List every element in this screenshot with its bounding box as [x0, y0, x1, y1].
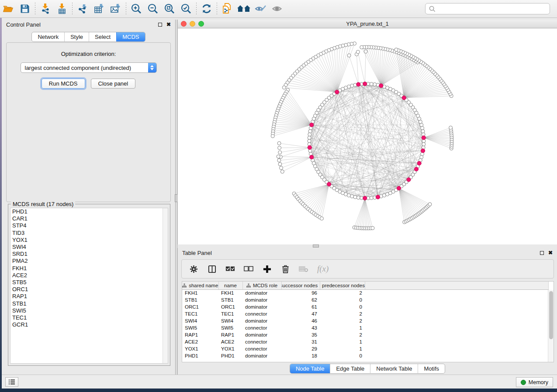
cell[interactable]: RAP1 [182, 331, 218, 338]
cell[interactable]: connector [242, 338, 281, 345]
cell[interactable]: 62 [281, 296, 320, 303]
cell[interactable]: ORC1 [182, 303, 218, 310]
result-node[interactable]: SRD1 [10, 251, 168, 258]
tab-select[interactable]: Select [89, 32, 116, 41]
result-node[interactable]: ACE2 [10, 272, 168, 279]
cell[interactable]: connector [242, 345, 281, 352]
result-node[interactable]: PHD1 [10, 208, 168, 215]
add-column-button[interactable] [262, 264, 272, 274]
optimization-criterion-select[interactable]: largest connected component (undirected) [21, 62, 157, 73]
node-table-grid[interactable]: shared namenameMCDS rolesuccessor nodesp… [182, 282, 549, 359]
result-node[interactable]: TEC1 [10, 314, 168, 321]
table-row-PHD1[interactable]: PHD1PHD1dominator180 [182, 352, 548, 359]
table-row-SWI5[interactable]: SWI5SWI5connector431 [182, 324, 548, 331]
table-row-YOX1[interactable]: YOX1YOX1connector291 [182, 345, 548, 352]
cell[interactable]: SWI5 [218, 324, 242, 331]
cell[interactable]: TEC1 [218, 310, 242, 317]
table-row-TEC1[interactable]: TEC1TEC1connector472 [182, 310, 548, 317]
result-node[interactable]: YOX1 [10, 237, 168, 244]
table-scrollbar[interactable] [548, 290, 554, 362]
float-panel-icon[interactable] [540, 251, 544, 255]
horizontal-splitter[interactable] [177, 244, 557, 248]
tab-node-table[interactable]: Node Table [290, 364, 330, 373]
cell[interactable]: dominator [242, 317, 281, 324]
cell[interactable]: 0 [320, 303, 365, 310]
result-node[interactable]: SWI4 [10, 244, 168, 251]
refresh-layout-button[interactable] [198, 2, 215, 16]
cell[interactable]: FKH1 [218, 289, 242, 296]
cell[interactable]: PHD1 [182, 352, 218, 359]
cell[interactable]: 43 [281, 324, 320, 331]
cell[interactable]: SWI4 [218, 317, 242, 324]
result-node[interactable]: ORC1 [10, 286, 168, 293]
result-node[interactable]: SWI5 [10, 307, 168, 314]
zoom-fit-button[interactable] [161, 2, 178, 16]
result-node[interactable]: CAR1 [10, 215, 168, 222]
cell[interactable]: 0 [320, 352, 365, 359]
table-row-ORC1[interactable]: ORC1ORC1dominator610 [182, 303, 548, 310]
open-session-button[interactable] [0, 2, 17, 16]
result-node[interactable]: STB1 [10, 300, 168, 307]
table-row-SWI4[interactable]: SWI4SWI4dominator462 [182, 317, 548, 324]
cell[interactable]: TEC1 [182, 310, 218, 317]
cell[interactable]: RAP1 [218, 331, 242, 338]
cell[interactable]: dominator [242, 352, 281, 359]
mcds-result-list[interactable]: PHD1CAR1STP4TID3YOX1SWI4SRD1PMA2FKH1ACE2… [10, 208, 168, 364]
cell[interactable]: 46 [281, 317, 320, 324]
tab-network-table[interactable]: Network Table [370, 364, 418, 373]
import-table-button[interactable] [54, 2, 70, 16]
cell[interactable]: 2 [320, 289, 365, 296]
cell[interactable]: dominator [242, 296, 281, 303]
select-all-button[interactable] [225, 264, 235, 274]
cell[interactable]: 31 [281, 338, 320, 345]
close-panel-icon[interactable]: ✖ [548, 251, 553, 255]
deselect-all-button[interactable] [244, 264, 253, 274]
run-mcds-button[interactable]: Run MCDS [42, 79, 85, 89]
cell[interactable]: dominator [242, 303, 281, 310]
tab-network[interactable]: Network [32, 32, 64, 41]
column-header-successor-nodes[interactable]: successor nodes [281, 282, 320, 289]
float-panel-icon[interactable] [158, 23, 162, 27]
zoom-out-button[interactable] [145, 2, 161, 16]
cell[interactable]: 29 [281, 345, 320, 352]
hide-selected-button[interactable] [252, 2, 269, 16]
result-node[interactable]: TID3 [10, 230, 168, 237]
cell[interactable]: YOX1 [182, 345, 218, 352]
cell[interactable]: SWI5 [182, 324, 218, 331]
result-node[interactable]: STB5 [10, 279, 168, 286]
table-row-STB1[interactable]: STB1STB1dominator620 [182, 296, 548, 303]
memory-button[interactable]: Memory [516, 377, 553, 387]
table-row-ACE2[interactable]: ACE2ACE2connector311 [182, 338, 548, 345]
splitter-handle[interactable] [313, 244, 319, 248]
zoom-in-button[interactable] [128, 2, 145, 16]
table-settings-button[interactable] [189, 264, 198, 274]
show-all-button[interactable] [269, 2, 285, 16]
close-panel-icon[interactable]: ✖ [166, 23, 171, 27]
table-scrollbar-thumb[interactable] [549, 291, 553, 339]
column-header-name[interactable]: name [218, 282, 242, 289]
result-node[interactable]: PMA2 [10, 258, 168, 265]
cell[interactable]: STB1 [182, 296, 218, 303]
cell[interactable]: 35 [281, 331, 320, 338]
result-node[interactable]: FKH1 [10, 265, 168, 272]
cell[interactable]: dominator [242, 331, 281, 338]
column-header-MCDS-role[interactable]: MCDS role [242, 282, 281, 289]
search-input[interactable] [436, 6, 546, 12]
cell[interactable]: 1 [320, 345, 365, 352]
table-row-FKH1[interactable]: FKH1FKH1dominator962 [182, 289, 548, 296]
export-table-button[interactable] [91, 2, 107, 16]
cell[interactable]: ACE2 [218, 338, 242, 345]
first-neighbors-button[interactable] [235, 2, 252, 16]
zoom-selected-button[interactable] [178, 2, 194, 16]
table-header-row[interactable]: shared namenameMCDS rolesuccessor nodesp… [182, 282, 548, 289]
cell[interactable]: connector [242, 324, 281, 331]
cell[interactable]: YOX1 [218, 345, 242, 352]
result-list-scrollbar[interactable] [163, 208, 168, 363]
cell[interactable]: ORC1 [218, 303, 242, 310]
cell[interactable]: 2 [320, 331, 365, 338]
result-node[interactable]: GCR1 [10, 321, 168, 328]
table-row-RAP1[interactable]: RAP1RAP1dominator352 [182, 331, 548, 338]
export-network-button[interactable] [74, 2, 91, 16]
toggle-panes-button[interactable] [207, 264, 217, 274]
cell[interactable]: 18 [281, 352, 320, 359]
